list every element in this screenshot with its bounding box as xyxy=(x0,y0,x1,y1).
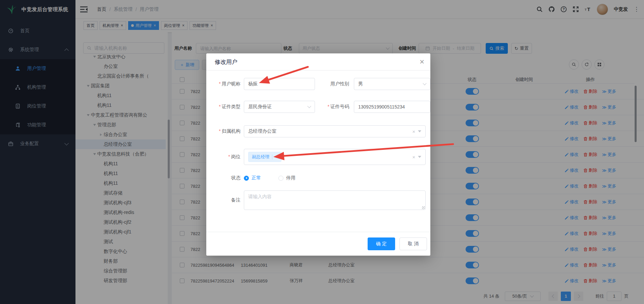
gender-select[interactable]: 男 xyxy=(354,78,430,90)
remark-label: 备注 xyxy=(211,197,240,203)
chevron-down-icon xyxy=(423,81,426,85)
cert-no-input[interactable] xyxy=(354,101,430,113)
status-label: 状态 xyxy=(211,175,240,181)
edit-user-modal: 修改用户 × *用户昵称 用户性别 男 *证件类型 居民身份证 *证件号码 *归… xyxy=(206,53,430,256)
radio-icon xyxy=(244,176,249,181)
screen: 中竞发后台管理系统 首页 系统管理 用户管理 机构管理 岗位管理 功能管理 业务… xyxy=(0,0,644,304)
org-label: *归属机构 xyxy=(211,128,240,134)
nickname-input[interactable] xyxy=(244,78,315,90)
status-radio-disabled[interactable]: 停用 xyxy=(278,175,296,181)
cancel-button[interactable]: 取 消 xyxy=(399,237,427,250)
remove-tag-icon[interactable]: × xyxy=(272,155,281,160)
clear-icon[interactable]: × xyxy=(412,129,415,134)
post-label: *岗位 xyxy=(211,154,240,160)
cert-type-select[interactable]: 居民身份证 xyxy=(244,101,315,113)
org-select[interactable]: 总经理办公室× xyxy=(244,125,426,137)
gender-label: 用户性别 xyxy=(317,81,349,87)
caret-down-icon xyxy=(418,130,421,132)
caret-down-icon xyxy=(418,156,421,158)
nickname-label: *用户昵称 xyxy=(211,81,240,87)
modal-title: 修改用户 xyxy=(215,58,237,66)
radio-icon xyxy=(278,176,283,181)
cert-no-label: *证件号码 xyxy=(317,104,349,110)
post-tag: 副总经理× xyxy=(248,152,281,162)
cert-type-label: *证件类型 xyxy=(211,104,240,110)
post-multiselect[interactable]: 副总经理× × xyxy=(244,149,426,165)
remark-textarea[interactable] xyxy=(244,190,426,210)
close-icon[interactable]: × xyxy=(420,58,424,66)
confirm-button[interactable]: 确 定 xyxy=(368,237,395,250)
chevron-down-icon xyxy=(307,104,311,108)
clear-icon[interactable]: × xyxy=(412,154,415,160)
status-radio-normal[interactable]: 正常 xyxy=(244,175,261,181)
